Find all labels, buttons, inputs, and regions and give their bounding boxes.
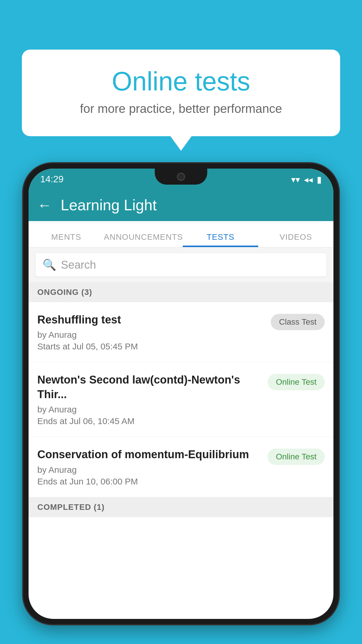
test-author: by Anurag (37, 465, 262, 475)
back-button[interactable]: ← (37, 197, 52, 214)
phone-screen: 14:29 ▾▾ ◂◂ ▮ ← Learning Light MENTS (29, 169, 333, 619)
ongoing-section-header: ONGOING (3) (29, 282, 333, 302)
phone-notch (155, 169, 207, 185)
test-item[interactable]: Conservation of momentum-Equilibrium by … (29, 437, 333, 497)
search-input-wrapper[interactable]: 🔍 Search (36, 253, 326, 276)
status-icons: ▾▾ ◂◂ ▮ (291, 174, 322, 186)
test-author: by Anurag (37, 330, 265, 340)
tab-videos[interactable]: VIDEOS (258, 232, 333, 247)
search-icon: 🔍 (43, 258, 56, 271)
test-info: Reshuffling test by Anurag Starts at Jul… (37, 313, 265, 351)
search-bar: 🔍 Search (29, 247, 333, 282)
bubble-subtitle: for more practice, better performance (45, 102, 317, 116)
test-badge-class: Class Test (271, 314, 325, 330)
test-badge-online: Online Test (268, 449, 325, 465)
phone-wrapper: 14:29 ▾▾ ◂◂ ▮ ← Learning Light MENTS (23, 163, 339, 644)
promo-bubble: Online tests for more practice, better p… (22, 50, 340, 136)
camera (177, 173, 185, 181)
signal-icon: ◂◂ (304, 174, 313, 185)
tab-ments[interactable]: MENTS (29, 232, 104, 247)
test-title: Newton's Second law(contd)-Newton's Thir… (37, 373, 262, 402)
app-bar-title: Learning Light (61, 196, 157, 214)
test-item[interactable]: Newton's Second law(contd)-Newton's Thir… (29, 362, 333, 437)
tabs-bar: MENTS ANNOUNCEMENTS TESTS VIDEOS (29, 221, 333, 247)
battery-icon: ▮ (317, 174, 322, 185)
test-author: by Anurag (37, 405, 262, 414)
tab-tests[interactable]: TESTS (183, 232, 258, 247)
test-info: Conservation of momentum-Equilibrium by … (37, 447, 262, 486)
tab-announcements[interactable]: ANNOUNCEMENTS (104, 232, 183, 247)
completed-section-header: COMPLETED (1) (29, 497, 333, 517)
status-time: 14:29 (40, 174, 64, 186)
app-bar: ← Learning Light (29, 189, 333, 221)
test-list: Reshuffling test by Anurag Starts at Jul… (29, 302, 333, 497)
bubble-title: Online tests (45, 67, 317, 96)
test-title: Conservation of momentum-Equilibrium (37, 447, 262, 462)
wifi-icon: ▾▾ (291, 174, 300, 185)
test-info: Newton's Second law(contd)-Newton's Thir… (37, 373, 262, 426)
test-badge-online: Online Test (268, 374, 325, 390)
phone-outer: 14:29 ▾▾ ◂◂ ▮ ← Learning Light MENTS (23, 163, 339, 624)
search-placeholder: Search (61, 259, 96, 271)
test-time: Ends at Jul 06, 10:45 AM (37, 416, 262, 426)
phone-content: MENTS ANNOUNCEMENTS TESTS VIDEOS 🔍 (29, 221, 333, 619)
test-title: Reshuffling test (37, 313, 265, 327)
test-time: Starts at Jul 05, 05:45 PM (37, 342, 265, 351)
test-time: Ends at Jun 10, 06:00 PM (37, 477, 262, 487)
test-item[interactable]: Reshuffling test by Anurag Starts at Jul… (29, 302, 333, 362)
